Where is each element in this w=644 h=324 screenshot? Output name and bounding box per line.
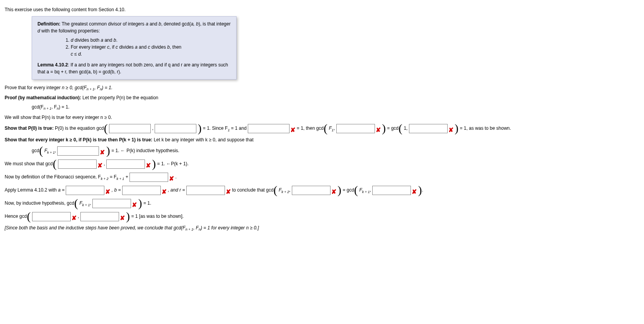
base-blank-2[interactable] <box>155 124 196 133</box>
x-icon: ✘ <box>146 163 151 169</box>
lemma-paragraph: Lemma 4.10.2: If a and b are any integer… <box>37 61 231 75</box>
prove-statement: Prove that for every integer n ≥ 0, gcd(… <box>5 85 639 91</box>
must-show: We must show that gcd( ✘ , ✘ ) = 1. ←P(k… <box>5 159 639 169</box>
lemma-blank-r[interactable] <box>186 186 225 195</box>
inductive-hypothesis: gcd( Fk + 1, ✘ ) = 1. ← P(k) inductive h… <box>32 146 639 156</box>
lemma-blank-c1[interactable] <box>292 186 331 195</box>
base-blank-4[interactable] <box>336 124 375 133</box>
definition-label: Definition: <box>37 21 60 27</box>
proof-heading: Proof (by mathematical induction): Let t… <box>5 95 639 100</box>
intro-text: This exercise uses the following content… <box>5 7 639 12</box>
x-icon: ✘ <box>169 176 174 182</box>
must-blank-2[interactable] <box>106 159 145 169</box>
lemma-blank-c2[interactable] <box>372 186 411 195</box>
x-icon: ✘ <box>226 189 231 195</box>
pn-equation: gcd(Fn + 1, Fn) = 1. <box>32 104 639 110</box>
x-icon: ✘ <box>132 202 137 208</box>
x-icon: ✘ <box>162 189 167 195</box>
lemma-label: Lemma 4.10.2 <box>37 62 68 68</box>
x-icon: ✘ <box>97 163 102 169</box>
definition-box: Definition: The greatest common divisor … <box>32 16 237 80</box>
x-icon: ✘ <box>72 215 77 221</box>
ih-blank-1[interactable] <box>57 146 99 156</box>
now-blank-1[interactable] <box>92 199 131 208</box>
hence-blank-1[interactable] <box>32 212 71 221</box>
base-blank-3[interactable] <box>248 124 290 133</box>
definition-paragraph: Definition: The greatest common divisor … <box>37 20 231 34</box>
base-blank-1[interactable] <box>109 124 151 133</box>
show-all: We will show that P(n) is true for every… <box>5 115 639 120</box>
definition-list: d divides both a and b. For every intege… <box>71 37 231 58</box>
x-icon: ✘ <box>412 189 417 195</box>
x-icon: ✘ <box>331 189 336 195</box>
left-paren-icon: ( <box>104 122 108 134</box>
definition-item-1: d divides both a and b. <box>71 37 231 44</box>
hence-blank-2[interactable] <box>80 212 119 221</box>
base-case: Show that P(0) is true: P(0) is the equa… <box>5 124 639 133</box>
x-icon: ✘ <box>448 127 453 133</box>
base-blank-5[interactable] <box>409 124 448 133</box>
inductive-heading: Show that for every integer k ≥ 0, if P(… <box>5 137 639 142</box>
x-icon: ✘ <box>120 215 125 221</box>
fib-blank-1[interactable] <box>129 173 168 182</box>
fibonacci-definition: Now by definition of the Fibonacci seque… <box>5 173 639 182</box>
lemma-blank-b[interactable] <box>122 186 161 195</box>
now-by-ih: Now, by inductive hypothesis, gcd( Fk + … <box>5 199 639 208</box>
hence-line: Hence gcd( ✘ , ✘ ) = 1 [as was to be sho… <box>5 212 639 221</box>
conclusion: [Since both the basis and the inductive … <box>5 225 639 231</box>
lemma-blank-a[interactable] <box>66 186 104 195</box>
definition-item-2: For every integer c, if c divides a and … <box>71 44 231 58</box>
x-icon: ✘ <box>100 149 105 156</box>
x-icon: ✘ <box>376 127 381 133</box>
x-icon: ✘ <box>290 127 295 133</box>
must-blank-1[interactable] <box>58 159 97 169</box>
x-icon: ✘ <box>105 189 110 195</box>
right-paren-icon: ) <box>198 122 201 134</box>
apply-lemma: Apply Lemma 4.10.2 with a = ✘ , b = ✘ , … <box>5 186 639 195</box>
